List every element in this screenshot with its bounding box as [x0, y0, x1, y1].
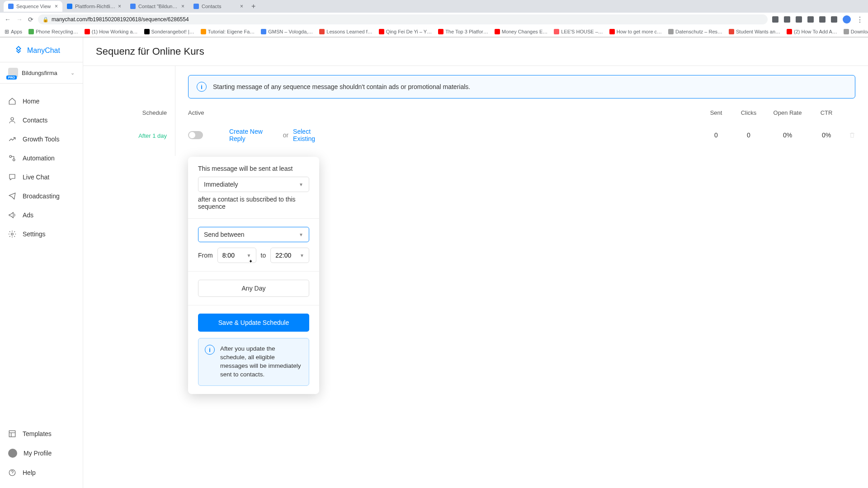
- bookmark[interactable]: Phone Recycling…: [28, 29, 78, 34]
- create-new-reply-link[interactable]: Create New Reply: [211, 128, 278, 142]
- bookmark[interactable]: (1) How Working a…: [85, 29, 138, 34]
- avatar-icon: [8, 449, 17, 458]
- nav-item-livechat[interactable]: Live Chat: [0, 168, 83, 187]
- nav-buttons: ← → ⟳: [5, 16, 33, 23]
- gear-icon: [8, 230, 16, 238]
- workspace-switcher[interactable]: PRO Bildungsfirma ⌄: [0, 62, 83, 84]
- ads-icon: [8, 211, 16, 219]
- any-day-select[interactable]: Any Day: [198, 280, 309, 297]
- bookmark[interactable]: GMSN – Vologda,…: [261, 29, 313, 34]
- content: Schedule After 1 day i Starting message …: [83, 66, 868, 156]
- nav-label: Live Chat: [23, 174, 49, 181]
- extension-icon[interactable]: [807, 16, 814, 23]
- tab-strip: Sequence View × Plattform-Richtlinien – …: [0, 0, 868, 13]
- nav-item-home[interactable]: Home: [0, 92, 83, 111]
- bookmark[interactable]: Money Changes E…: [495, 29, 548, 34]
- after-subscribe-text: after a contact is subscribed to this se…: [198, 196, 309, 210]
- bookmark[interactable]: How to get more c…: [609, 29, 662, 34]
- nav-item-contacts[interactable]: Contacts: [0, 111, 83, 130]
- bookmark[interactable]: Download – Cooki…: [844, 29, 868, 34]
- bookmark[interactable]: (2) How To Add A…: [787, 29, 837, 34]
- timing-select[interactable]: Immediately ▼: [198, 177, 309, 192]
- page-header: Sequenz für Online Kurs: [83, 38, 868, 66]
- favicon-icon: [130, 4, 136, 9]
- svg-point-3: [11, 233, 14, 235]
- row-create: Create New Reply or Select Existing: [211, 128, 333, 142]
- popover-info: i After you update the schedule, all eli…: [198, 338, 309, 386]
- stat-clicks: 0: [732, 131, 765, 139]
- info-banner: i Starting message of any sequence messa…: [188, 75, 855, 99]
- select-existing-link[interactable]: Select Existing: [293, 128, 333, 142]
- schedule-value[interactable]: After 1 day: [83, 132, 175, 139]
- bookmark[interactable]: Student Wants an…: [729, 29, 780, 34]
- schedule-column: Schedule After 1 day: [83, 66, 175, 156]
- active-toggle[interactable]: [188, 131, 203, 139]
- bookmark[interactable]: The Top 3 Platfor…: [438, 29, 488, 34]
- right-column: i Starting message of any sequence messa…: [175, 66, 868, 156]
- nav-label: Templates: [23, 430, 52, 437]
- close-icon[interactable]: ×: [181, 3, 184, 9]
- delete-icon[interactable]: [849, 132, 855, 138]
- page-title: Sequenz für Online Kurs: [96, 46, 855, 57]
- nav-label: Automation: [23, 155, 55, 162]
- close-icon[interactable]: ×: [55, 3, 58, 9]
- svg-point-1: [9, 155, 12, 158]
- info-icon: i: [197, 82, 207, 92]
- bookmark[interactable]: LEE'S HOUSE –…: [554, 29, 603, 34]
- nav-label: Ads: [23, 211, 33, 219]
- browser-tab[interactable]: Contact "Bildungsfirma" throu ×: [126, 1, 189, 12]
- chrome-icons: ⋮: [772, 15, 863, 24]
- nav-item-templates[interactable]: Templates: [0, 424, 83, 443]
- nav-item-automation[interactable]: Automation: [0, 149, 83, 168]
- nav-item-settings[interactable]: Settings: [0, 225, 83, 244]
- save-schedule-button[interactable]: Save & Update Schedule: [198, 314, 309, 332]
- browser-tab[interactable]: Sequence View ×: [4, 1, 62, 12]
- extension-icon[interactable]: [772, 16, 778, 23]
- browser-tab[interactable]: Plattform-Richtlinien – Übersic ×: [62, 1, 126, 12]
- tab-title: Contact "Bildungsfirma" throu: [138, 4, 179, 9]
- extension-icon[interactable]: [819, 16, 826, 23]
- new-tab-button[interactable]: +: [248, 2, 259, 10]
- back-button[interactable]: ←: [5, 16, 11, 23]
- nav-label: Contacts: [23, 117, 47, 124]
- favicon-icon: [8, 4, 14, 9]
- bookmark[interactable]: Datenschutz – Res…: [668, 29, 722, 34]
- nav-item-profile[interactable]: My Profile: [0, 443, 83, 463]
- to-label: to: [261, 252, 266, 259]
- bookmark[interactable]: Qing Fei De Yi – Y…: [379, 29, 432, 34]
- extension-icon[interactable]: [831, 16, 837, 23]
- profile-avatar[interactable]: [843, 15, 851, 23]
- info-text: Starting message of any sequence message…: [213, 83, 470, 90]
- automation-icon: [8, 154, 16, 162]
- growth-icon: [8, 135, 16, 143]
- bookmark-apps[interactable]: ⊞Apps: [5, 28, 22, 35]
- logo[interactable]: ManyChat: [0, 38, 83, 62]
- any-day-value: Any Day: [242, 285, 266, 292]
- extension-icon[interactable]: [796, 16, 802, 23]
- close-icon[interactable]: ×: [118, 3, 121, 9]
- send-between-select[interactable]: Send between ▼: [198, 227, 309, 242]
- bookmark[interactable]: Sonderangebot! |…: [144, 29, 194, 34]
- nav-item-ads[interactable]: Ads: [0, 206, 83, 225]
- to-time-select[interactable]: 22:00 ▼: [270, 248, 309, 263]
- url-bar[interactable]: 🔒 manychat.com/fb1981502081920618/sequen…: [38, 14, 768, 24]
- bookmark[interactable]: Lessons Learned f…: [319, 29, 373, 34]
- column-header-schedule: Schedule: [83, 109, 175, 116]
- tab-title: Sequence View: [16, 4, 52, 9]
- reload-button[interactable]: ⟳: [28, 16, 33, 23]
- bookmark[interactable]: Tutorial: Eigene Fa…: [201, 29, 255, 34]
- extension-icon[interactable]: [784, 16, 790, 23]
- nav-label: Settings: [23, 230, 46, 238]
- svg-point-2: [13, 159, 15, 161]
- tab-title: Plattform-Richtlinien – Übersic: [75, 4, 115, 9]
- nav-item-growth[interactable]: Growth Tools: [0, 130, 83, 149]
- nav-label: Help: [23, 469, 36, 476]
- close-icon[interactable]: ×: [240, 3, 243, 9]
- lock-icon: 🔒: [42, 17, 49, 23]
- forward-button[interactable]: →: [16, 16, 23, 23]
- nav-item-help[interactable]: Help: [0, 463, 83, 482]
- menu-icon[interactable]: ⋮: [856, 15, 863, 24]
- browser-tab[interactable]: Contacts ×: [189, 1, 248, 12]
- nav-item-broadcasting[interactable]: Broadcasting: [0, 187, 83, 206]
- column-header-ctr: CTR: [810, 109, 843, 116]
